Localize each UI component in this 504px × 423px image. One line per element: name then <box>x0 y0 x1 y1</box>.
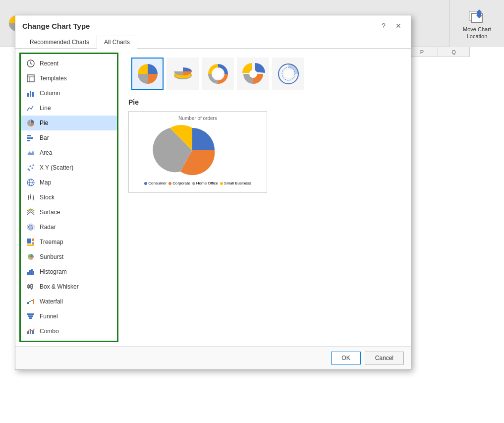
chart-list-item-line[interactable]: Line <box>21 101 117 116</box>
tab-all-charts[interactable]: All Charts <box>97 36 137 49</box>
surface-icon <box>26 207 36 217</box>
subtype-pie3d[interactable] <box>167 58 199 90</box>
box-label: Box & Whisker <box>40 283 79 290</box>
svg-rect-41 <box>29 270 31 275</box>
funnel-label: Funnel <box>40 313 58 320</box>
chart-list-item-histogram[interactable]: Histogram <box>21 264 117 279</box>
chart-list-item-treemap[interactable]: Treemap <box>21 235 117 249</box>
preview-pie-chart <box>133 123 252 178</box>
chart-list-item-sunburst[interactable]: Sunburst <box>21 249 117 264</box>
svg-rect-36 <box>32 239 34 241</box>
subtype-doughnut[interactable] <box>202 58 234 90</box>
svg-point-19 <box>30 166 31 167</box>
sunburst-icon <box>26 252 36 262</box>
recent-icon <box>26 59 36 68</box>
treemap-icon <box>26 237 36 247</box>
preview-title: Number of orders <box>133 116 263 121</box>
legend-dot-corporate <box>168 182 171 185</box>
svg-rect-27 <box>28 196 29 198</box>
radar-icon <box>26 222 36 232</box>
chart-list-item-stock[interactable]: Stock <box>21 190 117 205</box>
svg-rect-55 <box>33 299 34 304</box>
line-icon <box>26 103 36 113</box>
subtype-pie[interactable] <box>131 58 164 90</box>
move-chart-label: Move Chart Location <box>463 26 491 39</box>
chart-list-item-templates[interactable]: Templates <box>21 71 117 86</box>
change-chart-type-dialog: Change Chart Type ? ✕ Recommended Charts… <box>15 15 411 370</box>
ok-button[interactable]: OK <box>331 352 360 364</box>
scatter-label: X Y (Scatter) <box>40 164 73 171</box>
svg-rect-42 <box>31 269 33 275</box>
chart-subtypes-row <box>128 55 405 93</box>
move-chart-icon <box>468 7 486 25</box>
dialog-titlebar: Change Chart Type ? ✕ <box>15 15 411 31</box>
waterfall-label: Waterfall <box>40 298 63 305</box>
cancel-button[interactable]: Cancel <box>365 352 404 364</box>
chart-list-item-map[interactable]: Map <box>21 175 117 190</box>
dialog-close-button[interactable]: ✕ <box>393 20 404 31</box>
legend-home-office: Home Office <box>192 181 218 185</box>
svg-rect-14 <box>27 135 31 136</box>
svg-point-65 <box>249 70 257 78</box>
chart-list-item-area[interactable]: Area <box>21 145 117 160</box>
chart-list-item-bar[interactable]: Bar <box>21 130 117 145</box>
svg-point-20 <box>32 168 33 169</box>
svg-rect-58 <box>29 317 32 319</box>
bar-icon <box>26 133 36 143</box>
bar-label: Bar <box>40 134 49 141</box>
radar-label: Radar <box>40 224 56 231</box>
column-label: Column <box>40 90 60 97</box>
map-icon <box>26 178 36 187</box>
svg-rect-29 <box>30 196 31 198</box>
scatter-icon <box>26 163 36 173</box>
tab-recommended[interactable]: Recommended Charts <box>22 36 97 49</box>
pie-icon <box>26 118 36 128</box>
chart-list-item-combo[interactable]: Combo <box>21 324 117 339</box>
chart-list-item-column[interactable]: Column <box>21 86 117 101</box>
legend-dot-small-business <box>220 182 223 185</box>
svg-rect-35 <box>27 239 31 243</box>
chart-list-item-surface[interactable]: Surface <box>21 205 117 220</box>
combo-icon <box>26 326 36 336</box>
dialog-help-button[interactable]: ? <box>378 20 389 31</box>
svg-point-64 <box>213 69 223 79</box>
dialog-tabs: Recommended Charts All Charts <box>15 31 411 49</box>
treemap-label: Treemap <box>40 239 63 245</box>
sunburst-label: Sunburst <box>40 253 63 260</box>
subtype-doughnut-outline[interactable] <box>272 58 304 90</box>
chart-list-item-pie[interactable]: Pie <box>21 116 117 130</box>
subtype-doughnut-exploded[interactable] <box>237 58 269 90</box>
chart-list-item-recent[interactable]: Recent <box>21 56 117 71</box>
legend-consumer: Consumer <box>144 181 167 185</box>
legend-small-business: Small Business <box>220 181 251 185</box>
chart-list-item-waterfall[interactable]: Waterfall <box>21 294 117 309</box>
combo-label: Combo <box>40 328 59 335</box>
histogram-label: Histogram <box>40 268 67 275</box>
svg-rect-43 <box>33 271 34 275</box>
move-chart-section[interactable]: Move Chart Location <box>449 0 504 47</box>
templates-label: Templates <box>40 75 67 82</box>
chart-list-panel: Recent Templates Column <box>19 53 118 342</box>
waterfall-icon <box>26 297 36 306</box>
svg-rect-52 <box>27 302 29 304</box>
legend-dot-consumer <box>144 182 147 185</box>
svg-rect-57 <box>28 315 33 317</box>
chart-list-item-funnel[interactable]: Funnel <box>21 309 117 324</box>
stock-label: Stock <box>40 194 55 201</box>
svg-rect-31 <box>33 197 34 199</box>
stock-icon <box>26 192 36 202</box>
chart-list-item-box[interactable]: Box & Whisker <box>21 279 117 294</box>
templates-icon <box>26 73 36 83</box>
chart-list-item-radar[interactable]: Radar <box>21 220 117 235</box>
grid-header: P Q <box>406 47 470 57</box>
recent-label: Recent <box>40 60 58 67</box>
chart-list-item-scatter[interactable]: X Y (Scatter) <box>21 160 117 175</box>
legend-label-consumer: Consumer <box>148 181 167 185</box>
pie-label: Pie <box>40 120 48 126</box>
chart-options-panel: Pie Number of orders <box>122 49 411 346</box>
dialog-footer: OK Cancel <box>15 346 411 369</box>
chart-preview: Number of orders Consumer <box>128 111 267 193</box>
svg-point-68 <box>284 70 292 78</box>
selected-chart-name: Pie <box>128 98 405 106</box>
col-header-q: Q <box>438 47 470 57</box>
